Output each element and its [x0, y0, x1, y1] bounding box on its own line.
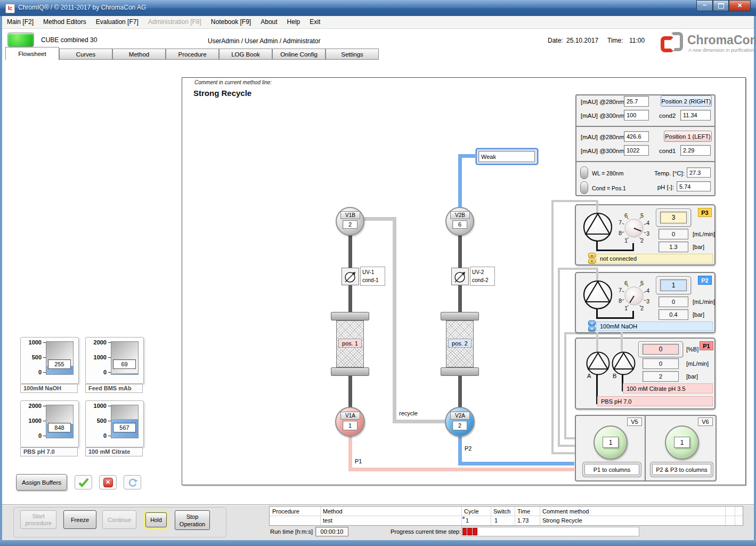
progress-bar: [461, 527, 639, 536]
spinner-up-icon[interactable]: ▲: [588, 320, 596, 326]
tab-label: Flowsheet: [18, 51, 46, 57]
hold-button[interactable]: Hold: [145, 512, 167, 527]
menu-main[interactable]: Main [F2]: [2, 16, 38, 28]
maximize-button[interactable]: [713, 0, 729, 11]
p3-buffer-spinner[interactable]: ▲ ▼: [588, 253, 596, 264]
col-switch: Switch: [493, 508, 510, 515]
p1-buffer-b-bar: 100 mM Citrate pH 3.5: [623, 383, 713, 394]
p3-position-value[interactable]: 3: [660, 212, 687, 223]
tab-curves[interactable]: Curves: [59, 49, 112, 60]
p2-position-value[interactable]: 1: [660, 279, 687, 291]
p2-pressure-value: 0.4: [659, 309, 688, 320]
dial-number: 5: [640, 212, 644, 219]
p3-badge: P3: [698, 208, 712, 217]
col-time: Time: [517, 508, 530, 515]
dial-number: 3: [646, 230, 649, 237]
valve-v6-position[interactable]: 1: [674, 437, 690, 448]
position-2-button[interactable]: Position 2 (RIGHT): [661, 95, 712, 107]
valve-v5-position[interactable]: 1: [603, 437, 619, 448]
menu-about[interactable]: About: [256, 16, 282, 28]
pipe-recycle: [393, 217, 396, 423]
selector-dial-p2[interactable]: 1 2 3 4 5 6 7 8: [614, 276, 654, 316]
stop-operation-button[interactable]: Stop Operation: [175, 510, 210, 530]
runtime-value: 00:00:10: [315, 527, 348, 536]
tab-method[interactable]: Method: [112, 49, 166, 60]
position-1-button[interactable]: Position 1 (LEFT): [664, 131, 712, 142]
spinner-down-icon[interactable]: ▼: [588, 326, 596, 332]
freeze-button[interactable]: Freeze: [63, 510, 96, 529]
date-value: 25.10.2017: [566, 37, 598, 44]
menu-exit[interactable]: Exit: [305, 16, 325, 28]
tab-label: Method: [129, 51, 149, 58]
selector-dial-p3[interactable]: 1 2 3 4 5 6 7 8: [614, 208, 654, 248]
v5-route-button[interactable]: P1 to columns: [584, 464, 639, 475]
column1-cap-bottom: [331, 367, 369, 376]
tank-tick: 2000: [88, 339, 107, 346]
window-border-left: [0, 16, 2, 541]
close-button[interactable]: ✕: [729, 0, 751, 11]
tank-value: 69: [113, 359, 136, 369]
cond1-label: cond1: [659, 148, 676, 154]
uv2-sensor[interactable]: [451, 268, 469, 285]
mau280-right-label: [mAU] @280nm: [581, 99, 624, 105]
valve-v1b-label: V1B: [340, 211, 360, 219]
wl-toggle[interactable]: [580, 166, 588, 179]
refresh-button[interactable]: [124, 475, 141, 489]
p3-pressure-unit: [bar]: [693, 244, 704, 250]
valve-v2b-label: V2B: [450, 211, 470, 219]
p1-gradient-value[interactable]: 0: [643, 344, 679, 355]
tank-fill: [111, 373, 138, 374]
p1-flow-value: 0: [643, 358, 679, 369]
title-bar[interactable]: Ic ChromIQ® / © 2011-2017 by ChromaCon A…: [0, 0, 756, 17]
valve-v2a-position[interactable]: 2: [452, 421, 467, 430]
spinner-down-icon[interactable]: ▼: [588, 259, 596, 264]
dial-number: 4: [646, 220, 649, 226]
cell-method: test: [323, 517, 332, 524]
tank-tick: 500: [23, 354, 42, 360]
tab-flowsheet[interactable]: Flowsheet: [5, 47, 59, 60]
menu-evaluation[interactable]: Evaluation [F7]: [91, 16, 143, 28]
p2-buffer-spinner[interactable]: ▲ ▼: [588, 320, 596, 332]
pipe-p1-feed: [348, 434, 352, 471]
spinner-up-icon[interactable]: ▲: [588, 253, 596, 258]
valve-v1a-position[interactable]: 1: [343, 421, 357, 430]
pipe-p3-loop: [551, 200, 554, 454]
uv-sensor-icon: [342, 268, 359, 285]
valve-v2b-position[interactable]: 6: [452, 220, 467, 229]
confirm-button[interactable]: [75, 475, 92, 489]
outlet-valves-divider: [645, 415, 646, 481]
tank-gauge: [46, 341, 74, 375]
column1-cap-top: [331, 312, 369, 320]
uv1-line2: cond-1: [362, 276, 385, 284]
tab-online-config[interactable]: Online Config: [272, 49, 326, 60]
cancel-button[interactable]: ✕: [99, 475, 117, 489]
continue-button: Continue: [102, 510, 136, 529]
pipe-p3-loop: [551, 452, 575, 454]
pump-b-label: B: [613, 373, 616, 379]
col-comment: Comment method: [542, 508, 589, 515]
valve-v1b-position[interactable]: 2: [343, 220, 357, 229]
tab-log-book[interactable]: LOG Book: [219, 49, 272, 60]
pipe-weak-outlet: [460, 154, 477, 158]
assign-buffers-button[interactable]: Assign Buffers: [16, 474, 67, 491]
menu-help[interactable]: Help: [282, 16, 305, 28]
dial-number: 6: [624, 280, 628, 286]
weak-outlet-input[interactable]: Weak: [478, 151, 535, 162]
menu-notebook[interactable]: Notebook [F9]: [206, 16, 256, 28]
cond-toggle[interactable]: [580, 181, 588, 194]
v6-label: V6: [698, 417, 713, 426]
tab-settings[interactable]: Settings: [326, 49, 379, 60]
minimize-icon: –: [703, 1, 706, 9]
pipe-p2-loop: [558, 268, 597, 270]
p1-flow-unit: [mL/min]: [686, 360, 709, 367]
uv1-sensor[interactable]: [342, 268, 359, 285]
menu-bar: Main [F2] Method Editors Evaluation [F7]…: [2, 16, 754, 29]
p2-flow-unit: [mL/min]: [693, 299, 715, 305]
mau280-left-label: [mAU] @280nm: [581, 134, 624, 140]
menu-method-editors[interactable]: Method Editors: [38, 16, 91, 28]
tab-procedure[interactable]: Procedure: [166, 49, 219, 60]
pump-a-icon: [586, 351, 610, 375]
minimize-button[interactable]: –: [696, 0, 713, 11]
v6-route-button[interactable]: P2 & P3 to columns: [652, 464, 711, 475]
dial-number: 2: [640, 237, 644, 244]
